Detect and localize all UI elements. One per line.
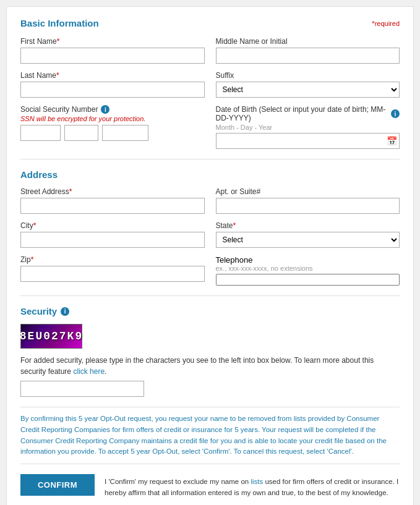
apt-label: Apt. or Suite# [216, 187, 400, 196]
required-note: *required [372, 20, 400, 27]
state-label: State* [216, 221, 400, 230]
dob-group: Date of Birth (Select or input your date… [216, 105, 400, 149]
ssn-note: SSN will be encrypted for your protectio… [20, 115, 205, 122]
telephone-label: Telephone [216, 255, 400, 265]
middle-name-label: Middle Name or Initial [216, 37, 400, 46]
calendar-icon[interactable]: 📅 [387, 136, 397, 146]
ssn-group: Social Security Number i SSN will be enc… [20, 105, 205, 141]
dob-placeholder: Month - Day - Year [216, 124, 400, 131]
security-info-icon[interactable]: i [61, 307, 69, 316]
zip-group: Zip* [20, 255, 205, 282]
street-group: Street Address* [20, 187, 205, 214]
disclosure-text: By confirming this 5 year Opt-Out reques… [20, 407, 400, 464]
page-container: Basic Information *required First Name* … [6, 6, 414, 505]
street-label: Street Address* [20, 187, 205, 196]
ssn-dob-row: Social Security Number i SSN will be enc… [20, 105, 400, 149]
state-select[interactable]: Select ALAKAZCACO [216, 232, 400, 248]
dob-input-wrapper: 📅 [216, 133, 400, 149]
ssn-part1[interactable] [20, 125, 61, 141]
ssn-label: Social Security Number [20, 105, 98, 114]
city-label: City* [20, 221, 205, 230]
ssn-inputs [20, 125, 205, 141]
telephone-placeholder: ex., xxx-xxx-xxxx, no extensions [216, 265, 400, 272]
confirm-button[interactable]: CONFIRM [20, 474, 95, 496]
telephone-group: Telephone ex., xxx-xxx-xxxx, no extensio… [216, 255, 400, 286]
apt-input[interactable] [216, 198, 400, 214]
dob-info-icon[interactable]: i [391, 109, 400, 118]
zip-input[interactable] [20, 266, 205, 282]
last-name-label: Last Name* [20, 71, 205, 80]
basic-info-title: Basic Information [20, 18, 99, 28]
suffix-group: Suffix Select Jr. Sr. II III [216, 71, 400, 98]
address-section: Address Street Address* Apt. or Suite# C… [20, 169, 400, 286]
captcha-input[interactable] [20, 381, 144, 397]
address-header: Address [20, 169, 400, 180]
last-name-group: Last Name* [20, 71, 205, 98]
section-divider-2 [20, 295, 400, 296]
first-name-group: First Name* [20, 37, 205, 64]
first-name-label: First Name* [20, 37, 205, 46]
city-state-row: City* State* Select ALAKAZCACO [20, 221, 400, 248]
ssn-label-row: Social Security Number i [20, 105, 205, 114]
city-group: City* [20, 221, 205, 248]
zip-label: Zip* [20, 255, 205, 264]
confirm-row: CONFIRM I 'Confirm' my request to exclud… [20, 474, 400, 498]
suffix-select[interactable]: Select Jr. Sr. II III [216, 82, 400, 98]
ssn-part3[interactable] [102, 125, 148, 141]
telephone-input[interactable] [216, 274, 400, 286]
section-divider-1 [20, 159, 400, 159]
security-section: Security i 8EU027K9 For added security, … [20, 306, 400, 397]
suffix-label: Suffix [216, 71, 400, 80]
confirm-description: I 'Confirm' my request to exclude my nam… [105, 474, 400, 498]
first-name-input[interactable] [20, 48, 205, 64]
security-title: Security [20, 306, 57, 316]
last-name-input[interactable] [20, 82, 205, 98]
captcha-link[interactable]: click here [73, 367, 105, 376]
ssn-part2[interactable] [64, 125, 98, 141]
captcha-instruction: For added security, please type in the c… [20, 355, 400, 377]
ssn-info-icon[interactable]: i [101, 105, 109, 114]
dob-label-row: Date of Birth (Select or input your date… [216, 105, 400, 122]
middle-name-input[interactable] [216, 48, 400, 64]
security-title-row: Security i [20, 306, 400, 316]
zip-tel-row: Zip* Telephone ex., xxx-xxx-xxxx, no ext… [20, 255, 400, 286]
state-group: State* Select ALAKAZCACO [216, 221, 400, 248]
confirm-lists-link[interactable]: lists [251, 478, 263, 485]
dob-input[interactable] [216, 133, 400, 149]
middle-name-group: Middle Name or Initial [216, 37, 400, 64]
captcha-image: 8EU027K9 [20, 324, 82, 349]
name-row-1: First Name* Middle Name or Initial [20, 37, 400, 64]
dob-label: Date of Birth (Select or input your date… [216, 105, 388, 122]
basic-info-header: Basic Information *required [20, 18, 400, 28]
name-row-2: Last Name* Suffix Select Jr. Sr. II III [20, 71, 400, 98]
apt-group: Apt. or Suite# [216, 187, 400, 214]
street-input[interactable] [20, 198, 205, 214]
address-title: Address [20, 169, 58, 180]
street-row: Street Address* Apt. or Suite# [20, 187, 400, 214]
city-input[interactable] [20, 232, 205, 248]
